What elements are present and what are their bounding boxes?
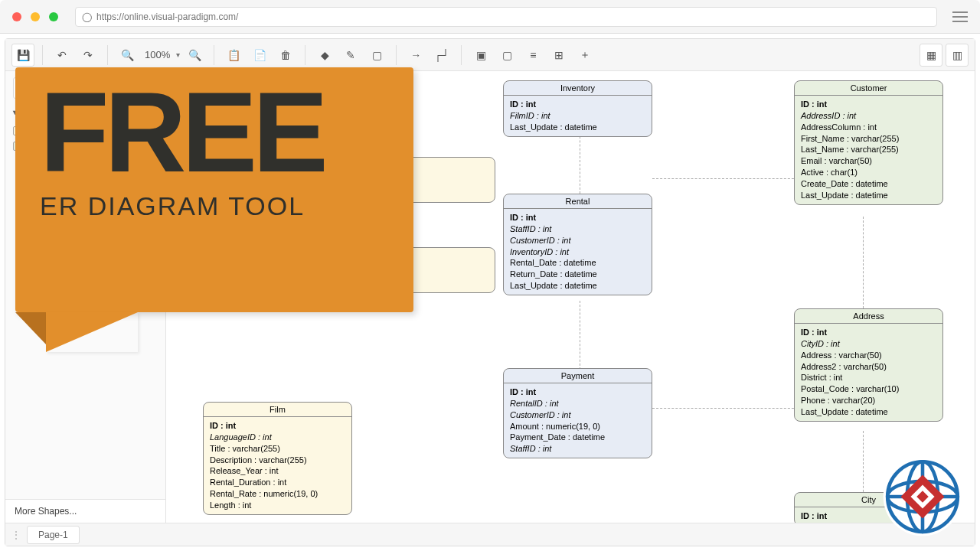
browser-chrome: ◯ https://online.visual-paradigm.com/ xyxy=(0,0,980,34)
entity-title: Address xyxy=(795,309,942,324)
connector-style-button[interactable]: → xyxy=(404,44,427,67)
entity-body: ID : int RentalID : int CustomerID : int… xyxy=(504,383,652,458)
zoom-dropdown-icon[interactable]: ▾ xyxy=(176,51,180,59)
entity-body: ID : int CityID : int Address : varchar(… xyxy=(795,324,942,421)
delete-button[interactable]: 🗑 xyxy=(274,44,297,67)
save-button[interactable]: 💾 xyxy=(11,44,34,67)
hamburger-icon[interactable] xyxy=(952,11,968,22)
to-front-button[interactable]: ▣ xyxy=(469,44,492,67)
align-button[interactable]: ≡ xyxy=(521,44,544,67)
pages-menu-icon[interactable]: ⋮ xyxy=(11,530,21,540)
entity-film[interactable]: Film ID : int LanguageID : int Title : v… xyxy=(203,402,352,515)
distribute-button[interactable]: ⊞ xyxy=(547,44,570,67)
entity-rental[interactable]: Rental ID : int StaffID : int CustomerID… xyxy=(503,194,652,295)
undo-button[interactable]: ↶ xyxy=(51,44,74,67)
window-minimize-icon[interactable] xyxy=(31,12,40,21)
zoom-level[interactable]: 100% xyxy=(142,49,173,60)
entity-title: Inventory xyxy=(504,81,652,96)
promo-banner: FREE ER DIAGRAM TOOL xyxy=(15,67,429,358)
promo-title: FREE xyxy=(40,84,392,181)
page-tab-1[interactable]: Page-1 xyxy=(27,526,80,544)
window-maximize-icon[interactable] xyxy=(49,12,58,21)
outline-panel-button[interactable]: ▦ xyxy=(920,44,942,67)
promo-subtitle: ER DIAGRAM TOOL xyxy=(40,191,392,221)
entity-title: Customer xyxy=(795,81,942,96)
toolbar: 💾 ↶ ↷ 🔍 100% ▾ 🔍 📋 📄 🗑 ◆ ✎ ▢ → ┌┘ ▣ ▢ ≡ … xyxy=(5,39,975,71)
visual-paradigm-logo-icon xyxy=(880,455,965,539)
redo-button[interactable]: ↷ xyxy=(77,44,100,67)
entity-address[interactable]: Address ID : int CityID : int Address : … xyxy=(794,308,943,422)
entity-body: ID : int StaffID : int CustomerID : int … xyxy=(504,209,652,295)
zoom-out-button[interactable]: 🔍 xyxy=(116,44,139,67)
entity-payment[interactable]: Payment ID : int RentalID : int Customer… xyxy=(503,368,652,458)
pages-bar: ⋮ Page-1 xyxy=(5,523,975,546)
entity-customer[interactable]: Customer ID : int AddressID : int Addres… xyxy=(794,80,943,205)
entity-title: Rental xyxy=(504,194,652,209)
copy-button[interactable]: 📋 xyxy=(222,44,245,67)
format-panel-button[interactable]: ▥ xyxy=(946,44,969,67)
zoom-in-button[interactable]: 🔍 xyxy=(183,44,206,67)
fill-color-button[interactable]: ◆ xyxy=(313,44,336,67)
url-bar[interactable]: ◯ https://online.visual-paradigm.com/ xyxy=(75,7,937,27)
entity-title: Film xyxy=(204,403,351,417)
more-shapes-button[interactable]: More Shapes... xyxy=(5,499,165,523)
entity-inventory[interactable]: Inventory ID : int FilmID : int Last_Upd… xyxy=(503,80,652,137)
entity-body: ID : int AddressID : int AddressColumn :… xyxy=(795,96,942,204)
entity-body: ID : int LanguageID : int Title : varcha… xyxy=(204,417,351,514)
entity-body: ID : int FilmID : int Last_Update : date… xyxy=(504,96,652,136)
waypoint-button[interactable]: ┌┘ xyxy=(430,44,453,67)
to-back-button[interactable]: ▢ xyxy=(495,44,518,67)
line-color-button[interactable]: ✎ xyxy=(339,44,362,67)
paste-button[interactable]: 📄 xyxy=(248,44,271,67)
url-text: https://online.visual-paradigm.com/ xyxy=(96,11,238,22)
entity-title: Payment xyxy=(504,369,652,383)
shadow-button[interactable]: ▢ xyxy=(365,44,388,67)
window-close-icon[interactable] xyxy=(12,12,21,21)
add-button[interactable]: ＋ xyxy=(573,44,596,67)
